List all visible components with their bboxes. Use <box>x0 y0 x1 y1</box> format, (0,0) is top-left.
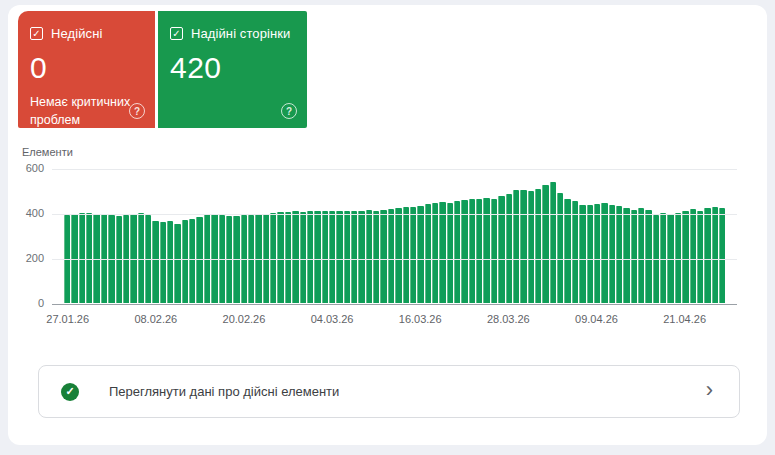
plot-area <box>52 169 737 304</box>
bar[interactable] <box>189 219 195 303</box>
bar[interactable] <box>344 211 350 303</box>
bar[interactable] <box>160 222 166 303</box>
bar[interactable] <box>572 201 578 303</box>
bar[interactable] <box>285 212 291 303</box>
bar[interactable] <box>300 212 306 303</box>
report-panel: ✓ Недійсні 0 Немає критичних проблем ? ✓… <box>8 5 767 445</box>
x-axis-labels: 27.01.2608.02.2620.02.2604.03.2616.03.26… <box>64 313 725 327</box>
bar[interactable] <box>277 212 283 303</box>
bar[interactable] <box>638 208 644 303</box>
y-tick-label: 200 <box>26 252 44 264</box>
bar[interactable] <box>520 190 526 303</box>
bar[interactable] <box>417 206 423 303</box>
valid-card-label: Надійні сторінки <box>191 26 290 41</box>
check-circle-icon: ✓ <box>61 383 79 401</box>
bar[interactable] <box>682 211 688 303</box>
invalid-card-header: ✓ Недійсні <box>30 26 143 41</box>
bar[interactable] <box>358 211 364 303</box>
bar[interactable] <box>719 208 725 303</box>
gridline-0 <box>52 304 737 305</box>
valid-card-header: ✓ Надійні сторінки <box>170 26 295 41</box>
valid-checkbox-icon[interactable]: ✓ <box>170 27 183 40</box>
bar[interactable] <box>660 213 666 303</box>
x-tick-label: 21.04.26 <box>663 313 706 325</box>
bar[interactable] <box>322 211 328 303</box>
bar[interactable] <box>697 211 703 303</box>
bar[interactable] <box>594 204 600 303</box>
bar[interactable] <box>542 185 548 303</box>
bar[interactable] <box>704 208 710 303</box>
x-tick-label: 27.01.26 <box>46 313 89 325</box>
bar[interactable] <box>403 207 409 303</box>
bars <box>64 169 725 303</box>
bar[interactable] <box>182 220 188 303</box>
invalid-help-icon[interactable]: ? <box>129 103 145 119</box>
bar[interactable] <box>631 210 637 303</box>
bar[interactable] <box>675 213 681 303</box>
bar[interactable] <box>579 205 585 303</box>
bar[interactable] <box>712 207 718 303</box>
bar[interactable] <box>425 204 431 303</box>
bar[interactable] <box>587 205 593 303</box>
bar[interactable] <box>167 221 173 303</box>
search-console-report: ✓ Недійсні 0 Немає критичних проблем ? ✓… <box>0 0 775 455</box>
bar[interactable] <box>152 221 158 303</box>
bar[interactable] <box>609 205 615 303</box>
invalid-card-subtitle: Немає критичних проблем <box>30 94 138 129</box>
bar[interactable] <box>439 202 445 303</box>
view-valid-items-label: Переглянути дані про дійсні елементи <box>109 384 706 399</box>
invalid-items-card[interactable]: ✓ Недійсні 0 Немає критичних проблем ? <box>18 11 155 128</box>
x-tick-label: 09.04.26 <box>575 313 618 325</box>
bar[interactable] <box>535 189 541 303</box>
bar[interactable] <box>557 193 563 303</box>
bar[interactable] <box>380 210 386 303</box>
x-tick-label: 08.02.26 <box>134 313 177 325</box>
x-tick-label: 20.02.26 <box>223 313 266 325</box>
invalid-card-label: Недійсні <box>51 26 102 41</box>
bar[interactable] <box>336 211 342 303</box>
bar[interactable] <box>395 208 401 303</box>
bar[interactable] <box>528 191 534 303</box>
bar[interactable] <box>506 194 512 303</box>
view-valid-items-button[interactable]: ✓ Переглянути дані про дійсні елементи › <box>38 365 740 418</box>
gridline-200 <box>52 259 737 260</box>
gridline-400 <box>52 214 737 215</box>
bar[interactable] <box>601 203 607 303</box>
chart-y-axis-title: Елементи <box>22 146 73 158</box>
bar[interactable] <box>616 206 622 303</box>
bar[interactable] <box>461 200 467 303</box>
valid-count: 420 <box>170 51 295 85</box>
chevron-right-icon[interactable]: › <box>706 379 713 404</box>
bar[interactable] <box>174 224 180 303</box>
invalid-checkbox-icon[interactable]: ✓ <box>30 27 43 40</box>
bar[interactable] <box>447 203 453 304</box>
valid-pages-card[interactable]: ✓ Надійні сторінки 420 ? <box>158 11 307 128</box>
bar[interactable] <box>307 211 313 303</box>
valid-help-icon[interactable]: ? <box>281 103 297 119</box>
bar[interactable] <box>550 182 556 303</box>
y-tick-label: 600 <box>26 162 44 174</box>
bar[interactable] <box>498 196 504 303</box>
bar[interactable] <box>454 201 460 303</box>
x-tick-label: 04.03.26 <box>311 313 354 325</box>
invalid-count: 0 <box>30 51 143 85</box>
bar[interactable] <box>410 207 416 303</box>
bar[interactable] <box>645 210 651 303</box>
bar[interactable] <box>270 213 276 303</box>
bar[interactable] <box>623 208 629 303</box>
y-axis: 0200400600 <box>8 169 44 304</box>
bar[interactable] <box>351 211 357 303</box>
bar[interactable] <box>432 203 438 303</box>
bar[interactable] <box>513 190 519 303</box>
bar[interactable] <box>329 211 335 303</box>
bar[interactable] <box>292 211 298 303</box>
bar[interactable] <box>690 209 696 303</box>
y-tick-label: 0 <box>38 297 44 309</box>
bar[interactable] <box>314 211 320 303</box>
gridline-600 <box>52 169 737 170</box>
bar[interactable] <box>388 209 394 303</box>
x-tick-label: 28.03.26 <box>487 313 530 325</box>
x-tick-label: 16.03.26 <box>399 313 442 325</box>
bar[interactable] <box>373 211 379 303</box>
bar[interactable] <box>366 210 372 303</box>
